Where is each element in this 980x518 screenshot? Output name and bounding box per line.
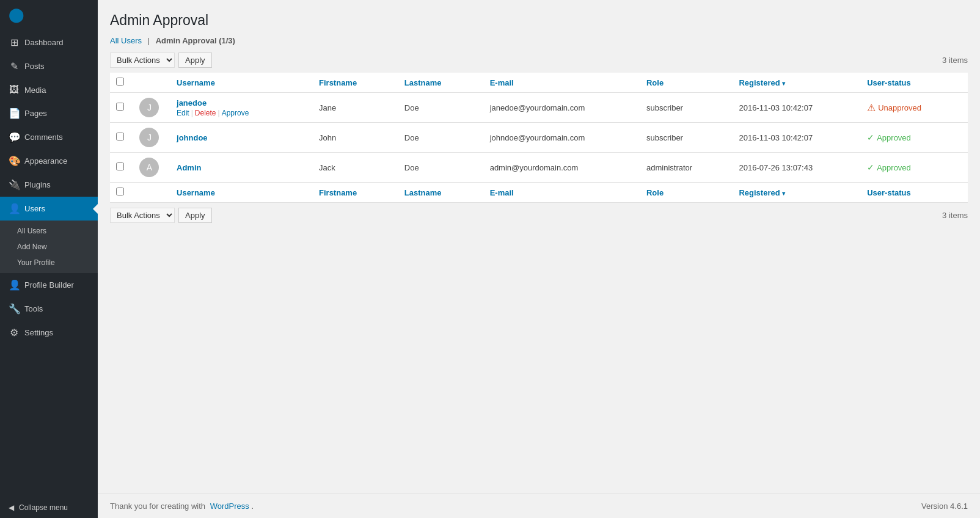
row-role-cell: subscriber [640,93,733,123]
col-lastname-link-footer[interactable]: Lastname [404,188,442,197]
table-header: Username Firstname Lastname E-mail Role [110,73,968,93]
sidebar-item-label: Posts [24,62,45,71]
col-role-link[interactable]: Role [646,78,664,87]
table-row: JjohndoeJohnDoejohndoe@yourdomain.comsub… [110,123,968,153]
row-email-cell: johndoe@yourdomain.com [484,123,640,153]
action-edit[interactable]: Edit [177,109,189,117]
sidebar-logo: ⬤ [0,0,98,31]
col-registered-link[interactable]: Registered ▾ [739,78,785,87]
col-lastname-link[interactable]: Lastname [404,78,442,87]
tablenav-top-left: Bulk Actions Apply [110,53,212,68]
col-role-link-footer[interactable]: Role [646,188,664,197]
sidebar-item-add-new[interactable]: Add New [0,239,98,255]
sidebar-item-label: Tools [24,304,43,313]
settings-icon: ⚙ [9,327,20,338]
status-badge: ✓Approved [867,133,962,142]
avatar: A [139,158,159,177]
status-label: Approved [877,133,911,142]
sidebar-item-pages[interactable]: 📄 Pages [0,101,98,125]
sidebar-item-tools[interactable]: 🔧 Tools [0,297,98,321]
filter-separator: | [148,36,150,45]
sidebar-item-appearance[interactable]: 🎨 Appearance [0,149,98,173]
main-content: Admin Approval All Users | Admin Approva… [98,0,980,494]
apply-button-top[interactable]: Apply [178,53,212,68]
tablenav-top: Bulk Actions Apply 3 items [110,53,968,68]
filter-all-users[interactable]: All Users [110,36,142,45]
col-registered-link-footer[interactable]: Registered ▾ [739,188,785,197]
select-all-checkbox-bottom[interactable] [116,188,124,195]
row-avatar-cell: J [133,93,170,123]
checkmark-icon: ✓ [867,162,874,172]
bulk-actions-select-bottom[interactable]: Bulk Actions [110,208,175,223]
row-registered-cell: 2016-11-03 10:42:07 [733,123,861,153]
row-status-cell: ⚠Unapproved [861,93,968,123]
table-row: JjanedoeEdit|Delete|ApproveJaneDoejanedo… [110,93,968,123]
media-icon: 🖼 [9,84,20,95]
sidebar-item-all-users[interactable]: All Users [0,223,98,239]
col-firstname-link[interactable]: Firstname [319,78,357,87]
th-email: E-mail [484,73,640,93]
collapse-menu-button[interactable]: ◀ Collapse menu [0,497,98,518]
sidebar-item-label: Dashboard [24,38,64,47]
table-row: AAdminJackDoeadmin@yourdomain.comadminis… [110,153,968,183]
col-username-link[interactable]: Username [177,78,215,87]
sidebar-item-settings[interactable]: ⚙ Settings [0,321,98,345]
footer-wp-link[interactable]: WordPress [210,502,249,511]
sidebar-item-posts[interactable]: ✎ Posts [0,54,98,78]
sidebar-item-dashboard[interactable]: ⊞ Dashboard [0,31,98,54]
tf-registered: Registered ▾ [733,183,861,203]
username-link[interactable]: johndoe [177,133,208,142]
collapse-label: Collapse menu [19,503,68,512]
action-separator: | [218,109,220,117]
status-badge: ⚠Unapproved [867,102,962,114]
page-title: Admin Approval [110,12,968,29]
username-link[interactable]: janedoe [177,98,207,108]
sidebar-item-your-profile[interactable]: Your Profile [0,255,98,271]
col-username-link-footer[interactable]: Username [177,188,215,197]
row-registered-cell: 2016-07-26 13:07:43 [733,153,861,183]
table-body: JjanedoeEdit|Delete|ApproveJaneDoejanedo… [110,93,968,183]
filter-links: All Users | Admin Approval (1/3) [110,36,968,45]
filter-admin-approval[interactable]: Admin Approval (1/3) [156,36,235,45]
th-user-status: User-status [861,73,968,93]
row-checkbox-1[interactable] [116,133,124,140]
row-status-cell: ✓Approved [861,153,968,183]
col-status-link[interactable]: User-status [867,78,911,87]
th-check [110,73,133,93]
sidebar-item-media[interactable]: 🖼 Media [0,78,98,101]
main-footer: Thank you for creating with WordPress . … [98,494,980,518]
sidebar-item-label: Media [24,86,46,95]
action-approve[interactable]: Approve [222,109,249,117]
col-email-link[interactable]: E-mail [490,78,514,87]
sidebar-item-comments[interactable]: 💬 Comments [0,125,98,149]
row-lastname-cell: Doe [398,123,484,153]
footer-thank-you: Thank you for creating with [110,502,205,511]
row-checkbox-2[interactable] [116,162,124,170]
select-all-checkbox-top[interactable] [116,78,124,86]
sidebar-item-label: Users [24,204,45,213]
table-footer: Username Firstname Lastname E-mail Role [110,183,968,203]
tf-avatar [133,183,170,203]
row-email-cell: janedoe@yourdomain.com [484,93,640,123]
col-firstname-link-footer[interactable]: Firstname [319,188,357,197]
row-checkbox-cell [110,153,133,183]
row-checkbox-0[interactable] [116,103,124,111]
col-status-link-footer[interactable]: User-status [867,188,911,197]
sidebar-item-label: Pages [24,109,47,118]
avatar: J [139,98,159,117]
bulk-actions-select-top[interactable]: Bulk Actions [110,53,175,68]
sidebar-item-plugins[interactable]: 🔌 Plugins [0,173,98,197]
action-delete[interactable]: Delete [195,109,216,117]
tools-icon: 🔧 [9,303,20,315]
tf-lastname: Lastname [398,183,484,203]
row-role-cell: subscriber [640,123,733,153]
col-email-link-footer[interactable]: E-mail [490,188,514,197]
users-submenu: All Users Add New Your Profile [0,221,98,273]
sidebar-item-profile-builder[interactable]: 👤 Profile Builder [0,273,98,297]
username-link[interactable]: Admin [177,163,201,172]
tablenav-bottom: Bulk Actions Apply 3 items [110,208,968,223]
pages-icon: 📄 [9,108,20,119]
apply-button-bottom[interactable]: Apply [178,208,212,223]
sidebar-item-users[interactable]: 👤 Users [0,197,98,221]
th-username: Username [170,73,313,93]
